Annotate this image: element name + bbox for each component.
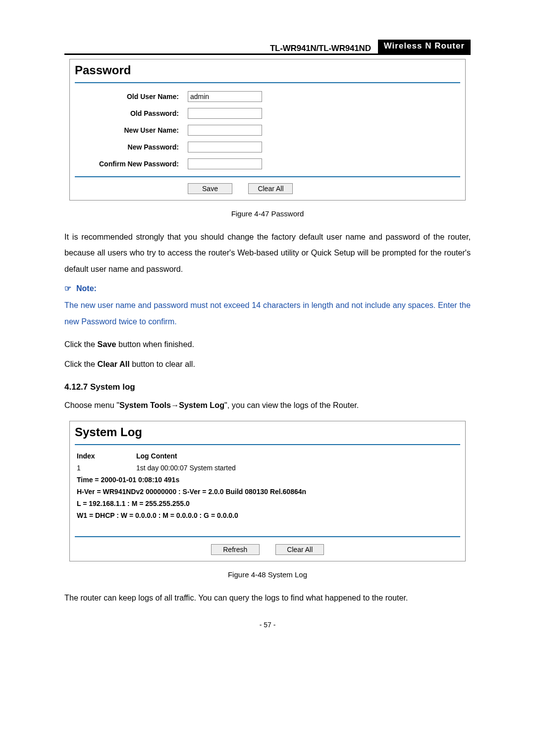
pointing-hand-icon: ☞ [64,284,71,293]
panel-title: System Log [70,421,465,444]
text: Click the [64,359,98,368]
product-badge: Wireless N Router [378,40,471,53]
recommend-text: It is recommended strongly that you shou… [64,229,471,277]
label-old-password: Old Password: [70,109,188,117]
figure-caption-48: Figure 4-48 System Log [64,561,471,583]
text: Click the [64,340,98,349]
syslog-button-row: Refresh Clear All [70,537,465,561]
row-old-password: Old Password: [70,105,465,122]
click-clear-text: Click the Clear All button to clear all. [64,356,471,372]
cell-content: 1st day 00:00:07 System started [136,464,236,472]
text: Choose menu " [64,401,119,409]
after-syslog-text: The router can keep logs of all traffic.… [64,590,471,605]
bold-text: System Tools [119,401,171,409]
row-old-username: Old User Name: [70,88,465,105]
note-body: The new user name and password must not … [64,297,471,329]
syslog-header-row: Index Log Content [77,450,458,462]
old-username-input[interactable] [188,91,262,102]
refresh-button[interactable]: Refresh [211,544,260,555]
password-panel: Password Old User Name: Old Password: Ne… [69,59,466,201]
confirm-password-input[interactable] [188,158,262,169]
col-content-header: Log Content [136,452,177,460]
row-new-password: New Password: [70,139,465,155]
clear-all-button[interactable]: Clear All [248,183,293,194]
note-label: Note: [76,284,97,293]
label-confirm-password: Confirm New Password: [70,160,188,168]
syslog-intro: Choose menu "System Tools→System Log", y… [64,397,471,413]
cell-index: 1 [77,464,136,472]
panel-title: Password [70,59,465,82]
text: ", you can view the logs of the Router. [224,401,359,409]
save-button[interactable]: Save [188,183,232,194]
page-number: - 57 - [64,621,471,629]
page-header: TL-WR941N/TL-WR941ND Wireless N Router [64,40,471,55]
note-header: ☞Note: [64,284,471,293]
syslog-info-line: L = 192.168.1.1 : M = 255.255.255.0 [77,498,458,509]
row-new-username: New User Name: [70,122,465,139]
syslog-row: 1 1st day 00:00:07 System started [77,462,458,474]
bold-text: System Log [179,401,224,409]
syslog-info-line: H-Ver = WR941NDv2 00000000 : S-Ver = 2.0… [77,486,458,498]
col-index-header: Index [77,452,136,460]
model-text: TL-WR941N/TL-WR941ND [270,44,371,53]
syslog-panel: System Log Index Log Content 1 1st day 0… [69,421,466,561]
bold-text: Save [98,340,116,349]
syslog-info-line: W1 = DHCP : W = 0.0.0.0 : M = 0.0.0.0 : … [77,509,458,521]
bold-text: Clear All [98,359,130,368]
new-password-input[interactable] [188,142,262,152]
text: button when finished. [116,340,194,349]
text: button to clear all. [130,359,195,368]
label-old-username: Old User Name: [70,93,188,101]
section-heading-syslog: 4.12.7 System log [64,382,471,392]
new-username-input[interactable] [188,125,262,136]
label-new-username: New User Name: [70,126,188,134]
password-button-row: Save Clear All [70,177,465,200]
label-new-password: New Password: [70,143,188,151]
syslog-info-line: Time = 2000-01-01 0:08:10 491s [77,474,458,486]
old-password-input[interactable] [188,108,262,119]
row-confirm-password: Confirm New Password: [70,155,465,172]
arrow-icon: → [171,401,179,409]
syslog-body: Index Log Content 1 1st day 00:00:07 Sys… [70,445,465,523]
figure-caption-47: Figure 4-47 Password [64,201,471,222]
click-save-text: Click the Save button when finished. [64,336,471,352]
clear-all-button[interactable]: Clear All [275,544,324,555]
